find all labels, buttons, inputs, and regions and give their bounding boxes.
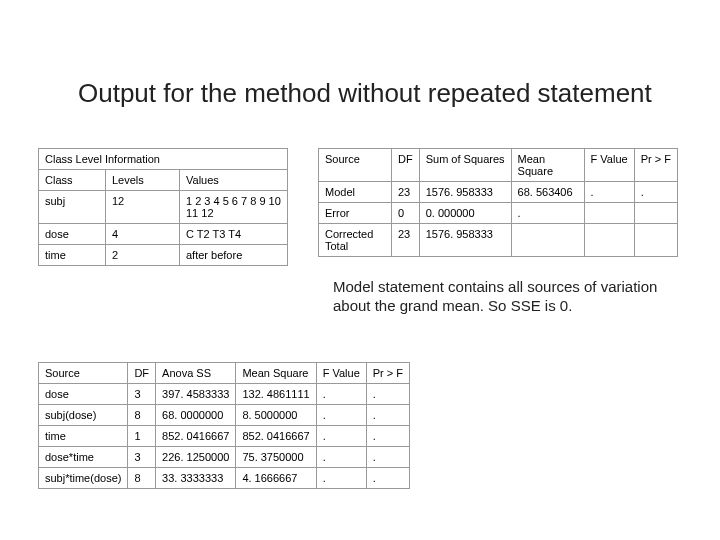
table-row: dose 4 C T2 T3 T4	[39, 224, 288, 245]
col-source: Source	[319, 149, 392, 182]
cell	[634, 224, 677, 257]
table-row: subj 12 1 2 3 4 5 6 7 8 9 10 11 12	[39, 191, 288, 224]
cell: dose	[39, 224, 106, 245]
cell: 75. 3750000	[236, 447, 316, 468]
cell: .	[316, 384, 366, 405]
cell: 852. 0416667	[156, 426, 236, 447]
cell: .	[366, 405, 409, 426]
col-ms: Mean Square	[511, 149, 584, 182]
cell	[634, 203, 677, 224]
cell: subj(dose)	[39, 405, 128, 426]
class-table-caption: Class Level Information	[39, 149, 288, 170]
cell: 4	[105, 224, 179, 245]
col-values: Values	[180, 170, 288, 191]
cell: 1 2 3 4 5 6 7 8 9 10 11 12	[180, 191, 288, 224]
cell: 4. 1666667	[236, 468, 316, 489]
table-row: dose 3 397. 4583333 132. 4861111 . .	[39, 384, 410, 405]
cell: .	[511, 203, 584, 224]
table-row: dose*time 3 226. 1250000 75. 3750000 . .	[39, 447, 410, 468]
cell: dose*time	[39, 447, 128, 468]
table-row: time 2 after before	[39, 245, 288, 266]
cell: .	[366, 468, 409, 489]
cell: .	[634, 182, 677, 203]
col-class: Class	[39, 170, 106, 191]
cell: .	[316, 468, 366, 489]
cell: 8	[128, 405, 156, 426]
table-row: Model 23 1576. 958333 68. 563406 . .	[319, 182, 678, 203]
cell: 1576. 958333	[419, 224, 511, 257]
cell: subj*time(dose)	[39, 468, 128, 489]
anova-overall-table: Source DF Sum of Squares Mean Square F V…	[318, 148, 678, 257]
cell: 0. 000000	[419, 203, 511, 224]
cell: 226. 1250000	[156, 447, 236, 468]
cell: 0	[392, 203, 420, 224]
cell: dose	[39, 384, 128, 405]
class-level-table: Class Level Information Class Levels Val…	[38, 148, 288, 266]
cell: 3	[128, 447, 156, 468]
col-ms: Mean Square	[236, 363, 316, 384]
cell: time	[39, 245, 106, 266]
cell: 2	[105, 245, 179, 266]
cell: .	[316, 405, 366, 426]
cell: 12	[105, 191, 179, 224]
anova-sources-table: Source DF Anova SS Mean Square F Value P…	[38, 362, 410, 489]
table-row: Corrected Total 23 1576. 958333	[319, 224, 678, 257]
col-fvalue: F Value	[316, 363, 366, 384]
note-text: Model statement contains all sources of …	[333, 278, 673, 316]
col-fvalue: F Value	[584, 149, 634, 182]
cell: Model	[319, 182, 392, 203]
cell: .	[316, 426, 366, 447]
col-prf: Pr > F	[634, 149, 677, 182]
table-row: subj*time(dose) 8 33. 3333333 4. 1666667…	[39, 468, 410, 489]
col-source: Source	[39, 363, 128, 384]
col-levels: Levels	[105, 170, 179, 191]
cell: subj	[39, 191, 106, 224]
cell: C T2 T3 T4	[180, 224, 288, 245]
cell: 23	[392, 224, 420, 257]
table-row: time 1 852. 0416667 852. 0416667 . .	[39, 426, 410, 447]
cell: 397. 4583333	[156, 384, 236, 405]
cell: time	[39, 426, 128, 447]
cell: 3	[128, 384, 156, 405]
cell: 68. 563406	[511, 182, 584, 203]
cell: .	[366, 426, 409, 447]
col-ss: Sum of Squares	[419, 149, 511, 182]
table-row: subj(dose) 8 68. 0000000 8. 5000000 . .	[39, 405, 410, 426]
cell: 23	[392, 182, 420, 203]
cell	[584, 224, 634, 257]
cell: 33. 3333333	[156, 468, 236, 489]
cell: 8. 5000000	[236, 405, 316, 426]
cell: 132. 4861111	[236, 384, 316, 405]
cell: .	[316, 447, 366, 468]
cell	[511, 224, 584, 257]
cell: 852. 0416667	[236, 426, 316, 447]
cell: 68. 0000000	[156, 405, 236, 426]
col-prf: Pr > F	[366, 363, 409, 384]
page-title: Output for the method without repeated s…	[78, 78, 652, 109]
col-df: DF	[392, 149, 420, 182]
cell: Corrected Total	[319, 224, 392, 257]
cell: 1	[128, 426, 156, 447]
col-ss: Anova SS	[156, 363, 236, 384]
cell: .	[366, 447, 409, 468]
table-row: Error 0 0. 000000 .	[319, 203, 678, 224]
cell	[584, 203, 634, 224]
cell: .	[366, 384, 409, 405]
cell: Error	[319, 203, 392, 224]
cell: .	[584, 182, 634, 203]
cell: after before	[180, 245, 288, 266]
col-df: DF	[128, 363, 156, 384]
cell: 1576. 958333	[419, 182, 511, 203]
cell: 8	[128, 468, 156, 489]
